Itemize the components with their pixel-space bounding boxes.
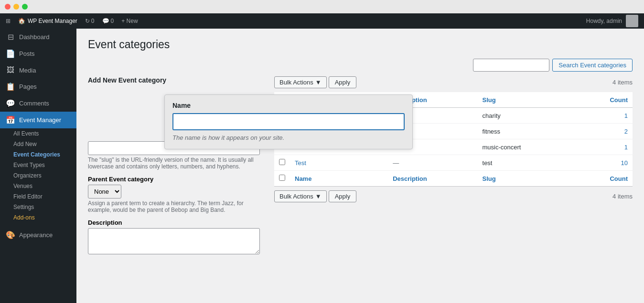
sidebar-label-pages: Pages xyxy=(19,83,37,90)
top-search-bar: Search Event categories xyxy=(88,59,633,72)
sub-label-add-new: Add New xyxy=(13,141,37,147)
appearance-icon: 🎨 xyxy=(6,230,15,240)
avatar xyxy=(626,15,638,27)
row-description-3: — xyxy=(388,155,477,171)
sidebar-sub-add-ons[interactable]: Add-ons xyxy=(0,212,76,223)
col-header-slug[interactable]: Slug xyxy=(478,92,577,108)
howdy-text: Howdy, admin xyxy=(586,18,622,24)
topbar-right: Howdy, admin xyxy=(586,15,638,27)
row-count-link-0[interactable]: 1 xyxy=(624,112,628,119)
row-count-link-1[interactable]: 2 xyxy=(624,128,628,135)
row-name-link-3[interactable]: Test xyxy=(295,159,306,167)
sidebar-sub-settings[interactable]: Settings xyxy=(0,202,76,212)
col-foot-desc: Description xyxy=(393,175,427,182)
new-label: + New xyxy=(121,18,138,24)
action-bar-left: Bulk Actions ▼ Apply xyxy=(274,76,356,88)
sidebar-label-appearance: Appearance xyxy=(19,231,53,239)
items-count-top: 4 items xyxy=(612,79,633,86)
sidebar-sub-organizers[interactable]: Organizers xyxy=(0,170,76,181)
sub-label-venues: Venues xyxy=(13,183,32,189)
apply-bottom-button[interactable]: Apply xyxy=(329,190,357,202)
sidebar-item-dashboard[interactable]: ⊟ Dashboard xyxy=(0,29,76,45)
sidebar-item-pages[interactable]: 📋 Pages xyxy=(0,78,76,95)
posts-icon: 📄 xyxy=(6,49,15,58)
sub-label-event-types: Event Types xyxy=(13,162,45,168)
new-item[interactable]: + New xyxy=(121,18,138,24)
sub-label-settings: Settings xyxy=(13,204,34,210)
sidebar-item-appearance[interactable]: 🎨 Appearance xyxy=(0,227,76,243)
name-input[interactable] xyxy=(172,113,405,130)
wp-topbar: ⊞ 🏠 WP Event Manager ↻ 0 💬 0 + New Howdy… xyxy=(0,13,644,29)
row-slug-3: test xyxy=(478,155,577,171)
event-manager-icon: 📅 xyxy=(6,115,15,125)
minimize-button[interactable] xyxy=(13,4,19,10)
description-field: Description xyxy=(88,219,265,256)
sidebar-sub-venues[interactable]: Venues xyxy=(0,181,76,191)
items-count-bottom: 4 items xyxy=(612,193,633,200)
chevron-down-bottom-icon: ▼ xyxy=(315,193,322,200)
row-count-3: 10 xyxy=(576,155,633,171)
sidebar-sub-all-events[interactable]: All Events xyxy=(0,128,76,139)
updates-icon: ↻ xyxy=(85,18,90,24)
main-content: Event categories Search Event categories… xyxy=(76,29,644,303)
sub-label-organizers: Organizers xyxy=(13,172,42,179)
chevron-down-icon: ▼ xyxy=(315,79,322,86)
maximize-button[interactable] xyxy=(22,4,28,10)
col-count-label: Count xyxy=(610,96,628,104)
sidebar-item-media[interactable]: 🖼 Media xyxy=(0,62,76,78)
sub-label-add-ons: Add-ons xyxy=(13,214,35,221)
sidebar-item-posts[interactable]: 📄 Posts xyxy=(0,45,76,62)
parent-hint: Assign a parent term to create a hierarc… xyxy=(88,200,265,213)
col-header-count[interactable]: Count xyxy=(576,92,633,108)
site-icon: 🏠 xyxy=(18,18,25,24)
search-input[interactable] xyxy=(473,59,549,72)
sidebar-label-comments: Comments xyxy=(19,100,49,107)
sidebar-label-dashboard: Dashboard xyxy=(19,33,50,41)
close-button[interactable] xyxy=(5,4,11,10)
parent-field: Parent Event category None Assign a pare… xyxy=(88,176,265,213)
row-count-link-3[interactable]: 10 xyxy=(621,159,628,167)
row-count-link-2[interactable]: 1 xyxy=(624,144,628,151)
row-checkbox-3[interactable] xyxy=(279,159,285,165)
sidebar-sub-field-editor[interactable]: Field Editor xyxy=(0,191,76,202)
col-foot-count: Count xyxy=(610,175,628,182)
pages-icon: 📋 xyxy=(6,82,15,91)
row-slug-2: music-concert xyxy=(478,139,577,155)
name-tooltip-popup: Name The name is how it appears on your … xyxy=(164,94,413,149)
comments-sidebar-icon: 💬 xyxy=(6,99,15,108)
site-name[interactable]: 🏠 WP Event Manager xyxy=(18,18,77,24)
updates-count: 0 xyxy=(91,18,95,24)
search-button[interactable]: Search Event categories xyxy=(552,59,633,72)
wp-logo[interactable]: ⊞ xyxy=(6,18,11,24)
add-new-title: Add New Event category xyxy=(88,76,265,84)
parent-select[interactable]: None xyxy=(88,185,121,199)
apply-top-button[interactable]: Apply xyxy=(329,76,357,88)
sidebar-sub-event-types[interactable]: Event Types xyxy=(0,160,76,170)
row-count-0: 1 xyxy=(576,108,633,124)
sidebar-sub-event-categories[interactable]: Event Categories xyxy=(0,149,76,160)
updates-item[interactable]: ↻ 0 xyxy=(85,18,95,24)
description-textarea[interactable] xyxy=(88,228,260,254)
title-bar xyxy=(0,0,644,13)
comments-item[interactable]: 💬 0 xyxy=(102,18,114,24)
action-bar-right: 4 items xyxy=(612,79,633,86)
row-count-2: 1 xyxy=(576,139,633,155)
row-name-3: Test xyxy=(290,155,388,171)
col-foot-slug: Slug xyxy=(483,175,496,182)
sidebar-item-event-manager[interactable]: 📅 Event Manager xyxy=(0,112,76,128)
sidebar-label-posts: Posts xyxy=(19,50,35,57)
bulk-actions-bottom-button[interactable]: Bulk Actions ▼ xyxy=(274,190,327,202)
sidebar-sub-add-new[interactable]: Add New xyxy=(0,139,76,149)
bottom-action-left: Bulk Actions ▼ Apply xyxy=(274,190,356,202)
col-foot-name: Name xyxy=(295,175,311,182)
col-footer-name: Name xyxy=(290,171,388,187)
col-footer-check xyxy=(274,171,290,187)
comments-icon: 💬 xyxy=(102,18,109,24)
top-action-bar: Bulk Actions ▼ Apply 4 items xyxy=(274,76,633,88)
select-all-footer-checkbox[interactable] xyxy=(279,175,285,181)
active-arrow xyxy=(73,116,76,124)
sidebar-item-comments[interactable]: 💬 Comments xyxy=(0,95,76,112)
dashboard-icon: ⊟ xyxy=(6,32,15,42)
bulk-actions-top-button[interactable]: Bulk Actions ▼ xyxy=(274,76,327,88)
sub-label-field-editor: Field Editor xyxy=(13,193,43,200)
